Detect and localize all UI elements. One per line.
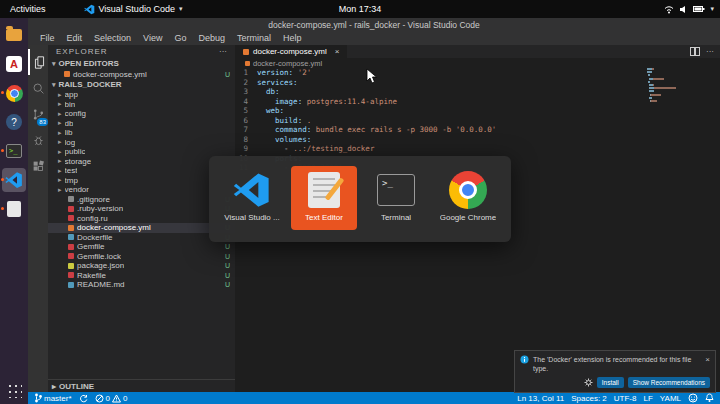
breadcrumb[interactable]: docker-compose.yml	[235, 58, 720, 68]
menu-item-edit[interactable]: Edit	[61, 33, 89, 43]
dock-terminal[interactable]: >_	[2, 139, 26, 163]
tree-file-.gitignore[interactable]: .gitignoreU	[48, 195, 235, 205]
indentation[interactable]: Spaces: 2	[571, 394, 607, 403]
tree-item-label: config.ru	[77, 214, 108, 223]
menu-item-selection[interactable]: Selection	[88, 33, 137, 43]
tree-folder-test[interactable]: ▸test	[48, 166, 235, 176]
sync-status[interactable]	[79, 394, 88, 403]
menu-item-view[interactable]: View	[137, 33, 168, 43]
code-line[interactable]: 1version: '2'	[235, 68, 650, 78]
tree-file-Rakefile[interactable]: RakefileU	[48, 271, 235, 281]
dock-chrome[interactable]	[2, 81, 26, 105]
line-number: 1	[235, 68, 253, 77]
tree-file-Dockerfile[interactable]: DockerfileU	[48, 233, 235, 243]
line-text: version: '2'	[257, 68, 311, 77]
tree-folder-config[interactable]: ▸config	[48, 109, 235, 119]
menu-item-debug[interactable]: Debug	[192, 33, 231, 43]
debug-button[interactable]	[28, 127, 48, 153]
tab-docker-compose[interactable]: docker-compose.yml ×	[235, 45, 347, 58]
eol-sequence[interactable]: LF	[643, 394, 652, 403]
feedback-icon[interactable]	[688, 393, 698, 403]
dock-libreoffice[interactable]: A	[2, 52, 26, 76]
tree-folder-lib[interactable]: ▸lib	[48, 128, 235, 138]
text-editor-icon	[7, 201, 21, 217]
code-line[interactable]: 2services:	[235, 78, 650, 88]
file-icon	[68, 244, 74, 250]
menu-item-file[interactable]: File	[34, 33, 61, 43]
minimap[interactable]	[647, 68, 709, 103]
line-text: command: bundle exec rails s -p 3000 -b …	[257, 125, 496, 134]
code-line[interactable]: 6 build: .	[235, 116, 650, 126]
tree-folder-public[interactable]: ▸public	[48, 147, 235, 157]
tree-item-label: Rakefile	[77, 271, 106, 280]
dock-files[interactable]	[2, 23, 26, 47]
more-actions-icon[interactable]: ···	[219, 47, 227, 56]
activities-button[interactable]: Activities	[0, 4, 56, 14]
menu-item-terminal[interactable]: Terminal	[231, 33, 277, 43]
dock-text-editor[interactable]	[2, 197, 26, 221]
install-button[interactable]: Install	[597, 377, 624, 388]
more-actions-icon[interactable]: ···	[706, 47, 714, 56]
source-control-button[interactable]: 83	[28, 101, 48, 127]
code-line[interactable]: 7 command: bundle exec rails s -p 3000 -…	[235, 125, 650, 135]
menu-item-help[interactable]: Help	[277, 33, 308, 43]
window-title[interactable]: docker-compose.yml - rails_docker - Visu…	[28, 18, 720, 31]
chevron-right-icon: ▸	[58, 176, 62, 184]
tree-file-Gemfile.lock[interactable]: Gemfile.lockU	[48, 252, 235, 262]
switcher-label: Visual Studio ...	[224, 213, 279, 222]
tree-file-config.ru[interactable]: config.ruU	[48, 214, 235, 224]
language-mode[interactable]: YAML	[660, 394, 681, 403]
text-editor-icon	[304, 170, 344, 210]
dock-help[interactable]: ?	[2, 110, 26, 134]
tree-folder-app[interactable]: ▸app	[48, 90, 235, 100]
extensions-button[interactable]	[28, 153, 48, 179]
tree-folder-storage[interactable]: ▸storage	[48, 157, 235, 167]
git-branch-status[interactable]: master*	[34, 393, 72, 403]
split-editor-icon[interactable]	[690, 47, 700, 56]
code-line[interactable]: 8 volumes:	[235, 135, 650, 145]
tree-file-Gemfile[interactable]: GemfileU	[48, 242, 235, 252]
tree-folder-vendor[interactable]: ▸vendor	[48, 185, 235, 195]
problems-status[interactable]: 0 0	[95, 394, 128, 403]
project-section[interactable]: ▾ RAILS_DOCKER	[48, 79, 235, 90]
tree-file-.ruby-version[interactable]: .ruby-versionU	[48, 204, 235, 214]
tree-folder-log[interactable]: ▸log	[48, 138, 235, 148]
code-line[interactable]: 5 web:	[235, 106, 650, 116]
tree-folder-tmp[interactable]: ▸tmp	[48, 176, 235, 186]
tree-file-README.md[interactable]: README.mdU	[48, 280, 235, 290]
open-editor-item[interactable]: docker-compose.yml U	[48, 69, 235, 79]
explorer-button[interactable]	[28, 49, 48, 75]
cursor-position[interactable]: Ln 13, Col 11	[517, 394, 564, 403]
close-icon[interactable]: ×	[705, 355, 710, 364]
chrome-icon	[448, 170, 488, 210]
encoding[interactable]: UTF-8	[614, 394, 637, 403]
tree-folder-db[interactable]: ▸db	[48, 119, 235, 129]
line-number: 9	[235, 144, 253, 153]
dock-vscode[interactable]	[2, 168, 26, 192]
tree-file-docker-compose.yml[interactable]: docker-compose.ymlU	[48, 223, 235, 233]
tree-file-package.json[interactable]: package.jsonU	[48, 261, 235, 271]
tree-item-label: public	[65, 147, 86, 156]
git-status-badge: U	[225, 71, 230, 78]
menu-item-go[interactable]: Go	[168, 33, 192, 43]
app-menu[interactable]: Visual Studio Code ▾	[84, 4, 183, 15]
code-line[interactable]: 9 - ..:/testing_docker	[235, 144, 650, 154]
system-tray[interactable]: ▾	[664, 5, 714, 14]
tree-folder-bin[interactable]: ▸bin	[48, 100, 235, 110]
close-tab-icon[interactable]: ×	[335, 47, 340, 56]
bell-icon[interactable]	[705, 393, 714, 403]
switcher-item-terminal[interactable]: >_ Terminal	[363, 166, 429, 230]
outline-section[interactable]: ▸ OUTLINE	[48, 379, 235, 392]
code-line[interactable]: 3 db:	[235, 87, 650, 97]
code-line[interactable]: 4 image: postgres:11.4-alpine	[235, 97, 650, 107]
volume-icon	[679, 5, 688, 14]
switcher-item-text-editor[interactable]: Text Editor	[291, 166, 357, 230]
switcher-item-chrome[interactable]: Google Chrome	[435, 166, 501, 230]
clock[interactable]: Mon 17:34	[339, 4, 382, 14]
open-editors-section[interactable]: ▾ OPEN EDITORS	[48, 58, 235, 69]
show-recommendations-button[interactable]: Show Recommendations	[628, 377, 710, 388]
app-grid-icon[interactable]	[6, 382, 22, 398]
search-button[interactable]	[28, 75, 48, 101]
gear-icon[interactable]	[584, 378, 593, 387]
switcher-item-vscode[interactable]: Visual Studio ...	[219, 166, 285, 230]
